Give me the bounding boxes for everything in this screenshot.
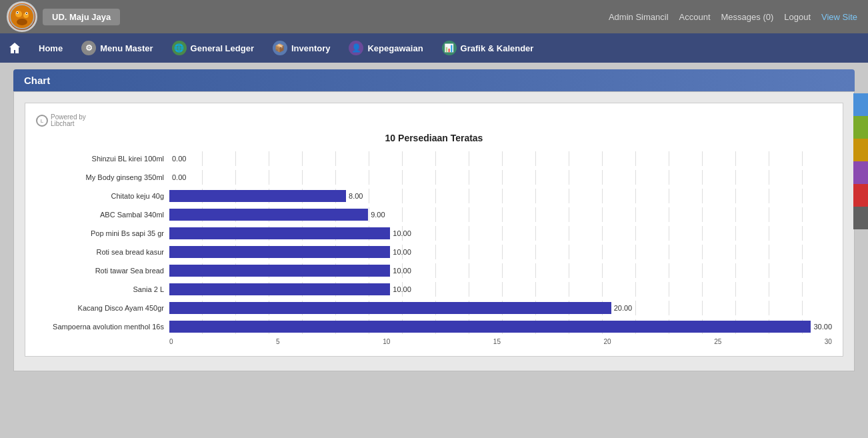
bar-value-label: 8.00: [346, 192, 363, 200]
logo-area: UD. Maju Jaya: [7, 1, 120, 32]
bar-label: Sania 2 L: [36, 285, 169, 293]
bar-label: Roti sea bread kasur: [36, 248, 169, 256]
content-area: Chart L Powered by Libchart 10 Persediaa…: [0, 63, 868, 378]
bar-area: 9.00: [169, 207, 832, 222]
bar-row: Chitato keju 40g8.00: [36, 189, 832, 203]
person-icon: 👤: [349, 41, 363, 55]
bar-area: 30.00: [169, 319, 832, 334]
bar-row: Roti sea bread kasur10.00: [36, 245, 832, 259]
bar-fill: [169, 321, 811, 333]
x-axis-label: 30: [825, 338, 832, 345]
bar-label: Pop mini Bs sapi 35 gr: [36, 229, 169, 237]
palette-color-2[interactable]: [853, 139, 868, 161]
x-axis: 051015202530: [36, 338, 832, 345]
bar-label: Chitato keju 40g: [36, 192, 169, 200]
bar-value-label: 0.00: [169, 155, 186, 163]
palette-color-4[interactable]: [853, 184, 868, 207]
bar-bg: [169, 151, 832, 166]
x-axis-label: 15: [493, 338, 501, 345]
bar-chart: Shinzui BL kirei 100ml0.00My Body ginsen…: [36, 151, 832, 334]
bar-value-label: 20.00: [611, 304, 633, 312]
palette-color-5[interactable]: [853, 207, 868, 229]
nav-menu-master[interactable]: ⚙ Menu Master: [72, 33, 162, 63]
admin-link[interactable]: Admin Simancil: [605, 11, 673, 23]
x-axis-label: 20: [604, 338, 611, 345]
palette-color-0[interactable]: [853, 93, 868, 116]
bar-area: 10.00: [169, 226, 832, 241]
bar-label: Sampoerna avolution menthol 16s: [36, 323, 169, 331]
top-header: UD. Maju Jaya Admin Simancil Account Mes…: [0, 0, 868, 33]
bar-area: 0.00: [169, 151, 832, 166]
svg-point-3: [17, 19, 27, 25]
bar-area: 10.00: [169, 282, 832, 297]
bar-area: 8.00: [169, 189, 832, 203]
palette-color-3[interactable]: [853, 161, 868, 184]
bar-value-label: 10.00: [390, 285, 411, 293]
bar-fill: [169, 227, 390, 239]
bar-label: Roti tawar Sea bread: [36, 267, 169, 275]
svg-point-6: [17, 12, 18, 13]
bar-label: My Body ginseng 350ml: [36, 173, 169, 181]
top-nav: Admin Simancil Account Messages (0) Logo…: [605, 11, 861, 23]
x-axis-label: 0: [169, 338, 173, 345]
powered-by: L Powered by Libchart: [36, 114, 832, 127]
bar-value-label: 10.00: [390, 248, 411, 256]
bar-row: Kacang Disco Ayam 450gr20.00: [36, 301, 832, 315]
x-axis-label: 10: [383, 338, 390, 345]
bar-fill: [169, 190, 346, 202]
bar-fill: [169, 283, 390, 295]
account-link[interactable]: Account: [675, 11, 715, 23]
bar-row: Sampoerna avolution menthol 16s30.00: [36, 319, 832, 334]
bar-label: ABC Sambal 340ml: [36, 211, 169, 219]
svg-point-7: [26, 13, 27, 14]
site-logo: [7, 1, 37, 32]
chart-icon: 📊: [442, 41, 457, 55]
globe-icon: 🌐: [172, 41, 187, 55]
chart-inner: L Powered by Libchart 10 Persediaan Tera…: [25, 103, 843, 357]
bar-area: 10.00: [169, 245, 832, 259]
bar-value-label: 10.00: [390, 267, 411, 275]
bar-value-label: 0.00: [169, 173, 186, 181]
nav-menu-master-label: Menu Master: [100, 43, 153, 53]
logout-link[interactable]: Logout: [780, 11, 815, 23]
chart-title: 10 Persediaan Teratas: [36, 133, 832, 143]
x-axis-labels: 051015202530: [169, 338, 832, 345]
bar-row: Roti tawar Sea bread10.00: [36, 263, 832, 278]
nav-grafik[interactable]: 📊 Grafik & Kalender: [433, 33, 543, 63]
bar-label: Shinzui BL kirei 100ml: [36, 155, 169, 163]
bar-row: Sania 2 L10.00: [36, 282, 832, 297]
nav-general-ledger-label: General Ledger: [191, 43, 254, 53]
nav-kepegawaian-label: Kepegawaian: [367, 43, 423, 53]
main-nav: Home ⚙ Menu Master 🌐 General Ledger 📦 In…: [0, 33, 868, 63]
palette-color-1[interactable]: [853, 116, 868, 139]
svg-point-1: [15, 11, 22, 17]
nav-kepegawaian[interactable]: 👤 Kepegawaian: [339, 33, 432, 63]
bar-area: 10.00: [169, 263, 832, 278]
home-button[interactable]: [0, 33, 29, 63]
chart-section-header: Chart: [13, 69, 855, 91]
nav-grafik-label: Grafik & Kalender: [461, 43, 534, 53]
nav-inventory[interactable]: 📦 Inventory: [263, 33, 340, 63]
libchart-label: Libchart: [51, 121, 86, 127]
site-title: UD. Maju Jaya: [43, 9, 120, 25]
bar-row: ABC Sambal 340ml9.00: [36, 207, 832, 222]
gear-icon: ⚙: [81, 41, 96, 55]
bar-fill: [169, 209, 368, 221]
nav-inventory-label: Inventory: [291, 43, 331, 53]
color-palette: [853, 93, 868, 229]
x-axis-label: 25: [714, 338, 721, 345]
nav-general-ledger[interactable]: 🌐 General Ledger: [163, 33, 263, 63]
chart-container: L Powered by Libchart 10 Persediaan Tera…: [13, 91, 855, 371]
messages-link[interactable]: Messages (0): [717, 11, 778, 23]
bar-label: Kacang Disco Ayam 450gr: [36, 304, 169, 312]
libchart-logo: L: [36, 115, 48, 127]
bar-bg: [169, 170, 832, 185]
nav-home-label: Home: [39, 43, 63, 53]
nav-home[interactable]: Home: [29, 33, 72, 63]
bar-row: Shinzui BL kirei 100ml0.00: [36, 151, 832, 166]
bar-row: Pop mini Bs sapi 35 gr10.00: [36, 226, 832, 241]
bar-value-label: 30.00: [811, 323, 832, 331]
bar-value-label: 10.00: [390, 229, 411, 237]
bar-fill: [169, 302, 611, 314]
view-site-link[interactable]: View Site: [817, 11, 861, 23]
